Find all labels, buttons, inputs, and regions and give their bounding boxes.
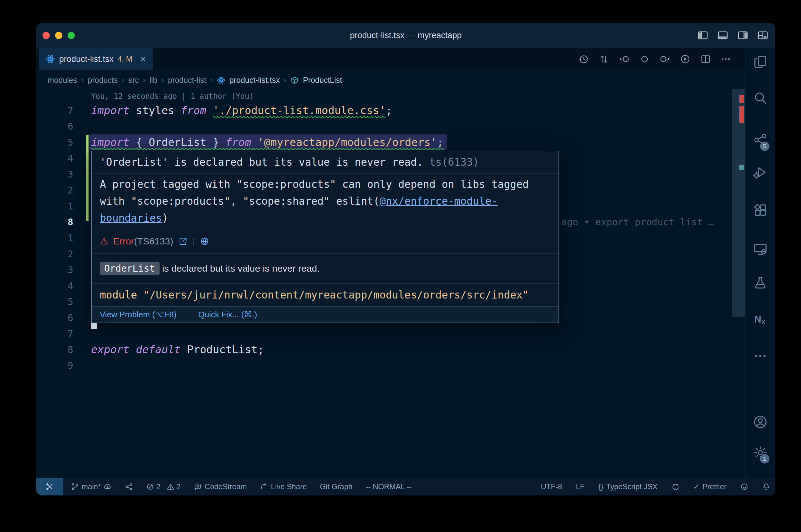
github-item[interactable] [672, 482, 679, 491]
warning-squiggle [91, 147, 444, 150]
problems-item[interactable]: 2 2 [146, 482, 181, 491]
open-external-icon[interactable] [178, 236, 188, 246]
line-number: 9 [36, 358, 73, 374]
language-mode-item[interactable]: {}TypeScript JSX [598, 482, 657, 491]
account-icon[interactable] [753, 415, 768, 430]
breadcrumb-lib[interactable]: lib [149, 76, 158, 85]
error-circle-slash-icon [146, 482, 154, 491]
identifier: OrderList [149, 136, 206, 149]
nx-console-icon[interactable]: Nx [753, 312, 768, 327]
chevron-right-icon: › [81, 76, 84, 84]
line-number: 2 [36, 182, 73, 198]
error-code: (TS6133) [134, 236, 174, 246]
line-number: 3 [36, 166, 73, 182]
identifier: ProductList [187, 343, 257, 356]
keyword: import [91, 104, 129, 117]
lint-text: ) [162, 212, 168, 224]
view-problem-action[interactable]: View Problem (⌥F8) [100, 310, 177, 320]
hover-message-text: 'OrderList' is declared but its value is… [100, 156, 423, 168]
more-actions-icon[interactable] [721, 54, 731, 64]
breadcrumb-file[interactable]: product-list.tsx [229, 76, 280, 85]
activity-bar: 5 Nx 1 [745, 48, 775, 478]
toggle-primary-sidebar-icon[interactable] [697, 30, 708, 41]
live-share-label: Live Share [271, 482, 307, 491]
space [206, 104, 213, 117]
prettier-item[interactable]: ✓Prettier [693, 482, 727, 491]
lint-line: with "scope:products", "scope:shared" es… [100, 193, 550, 210]
extensions-icon[interactable] [753, 203, 768, 218]
remote-explorer-icon[interactable] [753, 242, 768, 257]
split-editor-icon[interactable] [700, 54, 711, 64]
keyword: from [225, 136, 251, 149]
previous-change-icon[interactable] [619, 54, 630, 64]
chevron-right-icon: › [161, 76, 164, 84]
source-control-badge: 5 [760, 141, 769, 151]
toggle-secondary-sidebar-icon[interactable] [737, 30, 748, 41]
next-change-icon[interactable] [659, 54, 670, 64]
line-number-current: 8 [36, 214, 73, 230]
ruler-change-mark [739, 165, 744, 170]
customize-layout-icon[interactable] [757, 30, 768, 41]
warning-icon: ⚠ [100, 236, 108, 247]
git-graph-item[interactable]: Git Graph [320, 482, 353, 491]
breadcrumb-symbol[interactable]: ProductList [303, 76, 342, 85]
codestream-label: CodeStream [205, 482, 247, 491]
hover-module-path: module "/Users/juri/nrwl/content/myreact… [92, 283, 559, 306]
feedback-smiley-icon [740, 482, 748, 491]
quick-fix-action[interactable]: Quick Fix... (⌘.) [198, 310, 257, 320]
feedback-item[interactable] [740, 482, 748, 491]
breadcrumb-product-list[interactable]: product-list [168, 76, 206, 85]
tab-product-list[interactable]: product-list.tsx 4, M × [39, 48, 153, 70]
string-literal: './product-list.module.css' [213, 104, 386, 117]
compare-changes-icon[interactable] [599, 54, 609, 64]
encoding-item[interactable]: UTF-8 [541, 482, 562, 491]
codestream-icon [194, 482, 202, 491]
identifier-chip: OrderList [100, 262, 160, 275]
breadcrumb-modules[interactable]: modules [48, 76, 77, 85]
hover-error-code: ts(6133) [423, 156, 479, 168]
toggle-panel-icon[interactable] [717, 30, 728, 41]
svg-text:x: x [762, 318, 765, 325]
lint-rule-link[interactable]: boundaries [100, 212, 162, 224]
history-icon[interactable] [578, 54, 589, 64]
gutter-added-change-bar [86, 135, 89, 221]
braces-icon: {} [598, 482, 603, 491]
punctuation: ; [386, 104, 392, 117]
hover-resize-grip[interactable] [91, 323, 97, 329]
testing-beaker-icon[interactable] [753, 276, 768, 291]
line-number: 8 [36, 342, 73, 358]
more-views-icon[interactable] [753, 349, 768, 364]
search-icon[interactable] [753, 91, 768, 106]
git-branch-item[interactable]: main* [71, 482, 112, 491]
line-number: 6 [36, 118, 73, 134]
globe-icon[interactable] [200, 236, 209, 246]
eol-item[interactable]: LF [576, 482, 584, 491]
explorer-icon[interactable] [753, 55, 768, 70]
breadcrumb-products[interactable]: products [88, 76, 118, 85]
remote-tools-icon [45, 482, 54, 491]
notifications-item[interactable] [762, 482, 770, 491]
live-share-item[interactable]: Live Share [260, 482, 307, 491]
cloud-upload-icon [104, 482, 112, 491]
project-graph-item[interactable] [125, 482, 133, 491]
line-number: 5 [36, 134, 73, 150]
breadcrumb-src[interactable]: src [128, 76, 139, 85]
string-literal: '@myreactapp/modules/orders' [257, 136, 437, 149]
run-debug-icon[interactable] [753, 165, 768, 180]
vim-mode-indicator[interactable]: -- NORMAL -- [366, 482, 412, 491]
module-keyword: module [100, 289, 137, 301]
close-tab-icon[interactable]: × [140, 54, 146, 64]
scrollbar-thumb[interactable] [732, 89, 745, 317]
chevron-right-icon: › [143, 76, 145, 84]
breadcrumb: modules › products › src › lib › product… [36, 70, 746, 90]
codelens-blame[interactable]: You, 12 seconds ago | 1 author (You) [91, 91, 254, 102]
svg-text:N: N [754, 314, 761, 324]
lint-rule-link[interactable]: @nx/enforce-module- [380, 195, 498, 207]
change-icon[interactable] [639, 54, 650, 64]
run-file-icon[interactable] [680, 54, 691, 64]
punctuation: } [206, 136, 225, 149]
remote-indicator[interactable] [36, 478, 63, 495]
identifier: styles [129, 104, 181, 117]
lint-line: A project tagged with "scope:products" c… [100, 176, 550, 193]
codestream-item[interactable]: CodeStream [194, 482, 247, 491]
